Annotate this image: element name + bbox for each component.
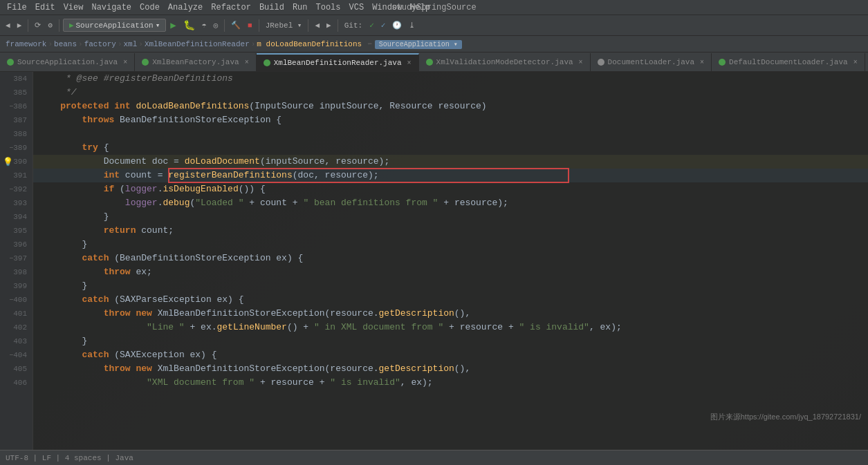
vcs-clock[interactable]: 🕐 — [389, 19, 405, 31]
breadcrumb-factory[interactable]: factory — [84, 40, 116, 48]
code-line-397: catch (BeanDefinitionStoreException ex) … — [33, 252, 868, 265]
lightbulb-icon[interactable]: 💡 — [3, 157, 13, 167]
tab-defaultdocumentloader[interactable]: DefaultDocumentLoader.java × — [712, 53, 865, 71]
code-401-text: throw new XmlBeanDefinitionStoreExceptio… — [39, 307, 470, 321]
toolbar-forward[interactable]: ▶ — [15, 19, 25, 31]
toolbar-sync[interactable]: ⟳ — [32, 19, 44, 31]
code-line-387: throws BeanDefinitionStoreException { — [33, 113, 868, 127]
menu-help[interactable]: Help — [406, 0, 434, 15]
menu-vcs[interactable]: VCS — [345, 0, 369, 15]
ln-389: 389 — [13, 144, 27, 152]
code-line-395: return count; — [33, 224, 868, 238]
menu-navigate[interactable]: Navigate — [87, 0, 136, 15]
breadcrumb-dropdown[interactable]: SourceApplication ▾ — [375, 40, 462, 48]
code-402-text: "Line " + ex.getLineNumber() + " in XML … — [39, 321, 622, 334]
ln-384: 384 — [13, 75, 27, 83]
toolbar-back[interactable]: ◀ — [3, 19, 13, 31]
ln-403: 403 — [13, 337, 27, 345]
menu-file[interactable]: File — [3, 0, 31, 15]
gutter-386: − 386 — [0, 99, 33, 113]
run-btn[interactable]: ▶ — [167, 18, 178, 32]
code-406-text: "XML document from " + resource + " is i… — [39, 376, 433, 390]
breadcrumb-method[interactable]: m doLoadBeanDefinitions — [257, 40, 362, 48]
tab-icon-xmlbf — [142, 59, 149, 66]
run-with-coverage[interactable]: ☂ — [199, 19, 210, 31]
vcs-checkmark-blue[interactable]: ✓ — [378, 19, 389, 31]
menu-view[interactable]: View — [59, 0, 88, 15]
breadcrumb-icon-left[interactable]: ⬅ — [367, 39, 372, 48]
tab-close-xmlbf[interactable]: × — [245, 59, 249, 66]
menu-edit[interactable]: Edit — [31, 0, 59, 15]
menu-window[interactable]: Window — [368, 0, 406, 15]
code-line-393: logger.debug("Loaded " + count + " bean … — [33, 196, 868, 210]
tab-close-dl[interactable]: × — [700, 59, 704, 66]
code-line-398: throw ex; — [33, 265, 868, 279]
toolbar-sep-2 — [59, 19, 59, 32]
stop-btn[interactable]: ■ — [245, 20, 255, 31]
tab-icon-dl — [598, 59, 604, 66]
breadcrumb-class[interactable]: XmlBeanDefinitionReader — [145, 40, 250, 48]
ln-399: 399 — [13, 282, 27, 290]
tab-source-application[interactable]: SourceApplication.java × — [0, 53, 135, 71]
run-config-dropdown[interactable]: ▶ SourceApplication ▾ — [63, 19, 166, 32]
tab-enco[interactable]: Enco... — [865, 53, 868, 71]
jrebel-btn[interactable]: JRebel ▾ — [263, 19, 305, 31]
code-392-text: if (logger.isDebugEnabled()) { — [39, 182, 266, 196]
ln-398: 398 — [13, 268, 27, 276]
toolbar: ◀ ▶ ⟳ ⚙ ▶ SourceApplication ▾ ▶ 🐛 ☂ ◎ 🔨 … — [0, 15, 868, 36]
breadcrumb-beans[interactable]: beans — [54, 40, 77, 48]
menu-code[interactable]: Code — [136, 0, 164, 15]
build-btn[interactable]: 🔨 — [228, 19, 243, 31]
code-line-390: Document doc = doLoadDocument(inputSourc… — [33, 155, 868, 169]
run-config-arrow: ▾ — [156, 21, 160, 30]
debug-btn[interactable]: 🐛 — [181, 18, 198, 32]
toolbar-sep-1 — [28, 19, 28, 32]
gutter-396: 396 — [0, 238, 33, 252]
menu-tools[interactable]: Tools — [312, 0, 345, 15]
menu-run[interactable]: Run — [288, 0, 312, 15]
gutter-390: 💡 390 — [0, 155, 33, 169]
gutter-394: 394 — [0, 210, 33, 224]
gutter-406: 406 — [0, 376, 33, 390]
tab-xmlbeandefinitionreader[interactable]: XmlBeanDefinitionReader.java × — [257, 53, 419, 71]
tab-close-xmlval[interactable]: × — [579, 59, 583, 66]
gutter-389: − 389 — [0, 141, 33, 155]
code-400-text: catch (SAXParseException ex) { — [39, 293, 244, 307]
menu-refactor[interactable]: Refactor — [207, 0, 255, 15]
ln-395: 395 — [13, 227, 27, 235]
breadcrumb-framework[interactable]: framework — [6, 40, 46, 48]
code-395-text: return count; — [39, 224, 174, 238]
toolbar-settings[interactable]: ⚙ — [45, 19, 55, 31]
tab-close-source[interactable]: × — [123, 59, 127, 66]
menu-build[interactable]: Build — [255, 0, 288, 15]
tab-icon-source — [7, 59, 14, 66]
breadcrumb-xml[interactable]: xml — [123, 40, 137, 48]
ln-396: 396 — [13, 240, 27, 249]
vcs-checkmark-green[interactable]: ✓ — [367, 19, 377, 31]
gutter-388: 388 — [0, 127, 33, 141]
gutter-400: − 400 — [0, 293, 33, 307]
prev-change[interactable]: ◀ — [312, 19, 322, 31]
next-change[interactable]: ▶ — [324, 19, 334, 31]
tab-close-ddl[interactable]: × — [853, 59, 858, 66]
ln-393: 393 — [13, 199, 27, 207]
code-385-text: */ — [39, 86, 77, 99]
gutter-404: − 404 — [0, 348, 33, 362]
code-403-text: } — [39, 334, 87, 348]
file-tabs: SourceApplication.java × XmlBeanFactory.… — [0, 53, 868, 72]
code-line-406: "XML document from " + resource + " is i… — [33, 376, 868, 390]
code-area[interactable]: * @see #registerBeanDefinitions */ prote… — [33, 72, 868, 450]
ln-400: 400 — [13, 296, 27, 304]
vcs-update[interactable]: ⤓ — [406, 19, 418, 31]
breadcrumb: framework › beans › factory › xml › XmlB… — [0, 36, 868, 53]
profile-btn[interactable]: ◎ — [210, 19, 221, 31]
vcs-label: Git: — [342, 20, 365, 31]
tab-label-ddl: DefaultDocumentLoader.java — [729, 58, 848, 66]
tab-xmlbeanfactory[interactable]: XmlBeanFactory.java × — [135, 53, 256, 71]
ln-392: 392 — [13, 185, 27, 193]
ln-394: 394 — [13, 213, 27, 221]
tab-documentloader[interactable]: DocumentLoader.java × — [591, 53, 712, 71]
menu-analyze[interactable]: Analyze — [164, 0, 207, 15]
tab-xmlvalidation[interactable]: XmlValidationModeDetector.java × — [419, 53, 591, 71]
tab-close-xmlbdr[interactable]: × — [407, 59, 412, 67]
